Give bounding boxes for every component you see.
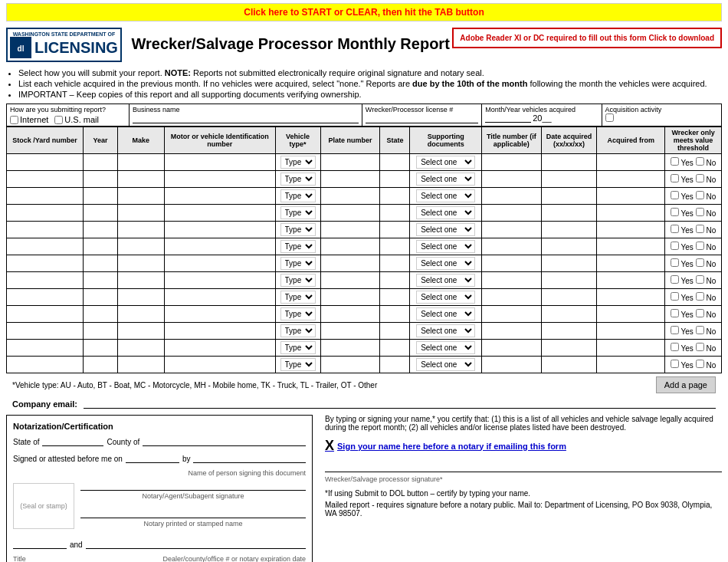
vin-input-4[interactable]	[167, 225, 273, 234]
stock-input-1[interactable]	[9, 175, 80, 183]
vtype-select-6[interactable]: TypeAUBTMCMHTKTLOT	[280, 257, 316, 270]
vtype-select-11[interactable]: TypeAUBTMCMHTKTLOT	[280, 341, 316, 354]
title-input-4[interactable]	[484, 225, 539, 234]
vin-input-3[interactable]	[167, 209, 273, 217]
adobe-note[interactable]: Adobe Reader XI or DC required to fill o…	[452, 28, 722, 48]
mail-checkbox-label[interactable]: U.S. mail	[54, 115, 99, 124]
notary-sig-line[interactable]	[80, 480, 306, 491]
yes-checkbox-7[interactable]	[671, 275, 679, 284]
plate-input-5[interactable]	[323, 242, 378, 251]
state-input-5[interactable]	[382, 242, 407, 251]
plate-input-10[interactable]	[323, 327, 378, 335]
internet-checkbox-label[interactable]: Internet	[10, 115, 48, 124]
vtype-select-9[interactable]: TypeAUBTMCMHTKTLOT	[280, 307, 316, 320]
from-input-2[interactable]	[599, 192, 662, 200]
state-input-0[interactable]	[382, 158, 407, 166]
state-input-9[interactable]	[382, 310, 407, 318]
year-input-3[interactable]	[86, 209, 115, 217]
docs-select-3[interactable]: Select oneTitleBill of SaleCourt OrderNo…	[416, 206, 475, 219]
vin-input-9[interactable]	[167, 310, 273, 318]
yes-checkbox-4[interactable]	[671, 225, 679, 233]
year-input-4[interactable]	[86, 225, 115, 234]
vin-input-7[interactable]	[167, 276, 273, 284]
year-input-0[interactable]	[86, 158, 115, 166]
yes-checkbox-8[interactable]	[671, 292, 679, 301]
plate-input-0[interactable]	[323, 158, 378, 166]
yes-checkbox-label-7[interactable]: Yes	[671, 277, 694, 285]
no-checkbox-1[interactable]	[696, 174, 704, 182]
stock-input-2[interactable]	[9, 192, 80, 200]
no-checkbox-label-8[interactable]: No	[696, 294, 717, 302]
no-checkbox-2[interactable]	[696, 191, 704, 199]
docs-select-5[interactable]: Select oneTitleBill of SaleCourt OrderNo…	[416, 240, 475, 253]
from-input-9[interactable]	[599, 310, 662, 318]
vtype-select-8[interactable]: TypeAUBTMCMHTKTLOT	[280, 291, 316, 304]
vin-input-5[interactable]	[167, 242, 273, 251]
state-input-1[interactable]	[382, 175, 407, 183]
stock-input-11[interactable]	[9, 343, 80, 352]
year-input-9[interactable]	[86, 310, 115, 318]
no-checkbox-5[interactable]	[696, 242, 704, 250]
from-input-6[interactable]	[599, 259, 662, 268]
from-input-0[interactable]	[599, 158, 662, 166]
title-input-3[interactable]	[484, 209, 539, 217]
no-checkbox-4[interactable]	[696, 225, 704, 233]
state-input-7[interactable]	[382, 276, 407, 284]
yes-checkbox-0[interactable]	[671, 157, 679, 166]
vtype-select-1[interactable]: TypeAUBTMCMHTKTLOT	[280, 173, 316, 186]
from-input-1[interactable]	[599, 175, 662, 183]
year-input-2[interactable]	[86, 192, 115, 200]
title-input-8[interactable]	[484, 293, 539, 301]
vin-input-1[interactable]	[167, 175, 273, 183]
plate-input-7[interactable]	[323, 276, 378, 284]
plate-input-9[interactable]	[323, 310, 378, 318]
vtype-select-5[interactable]: TypeAUBTMCMHTKTLOT	[280, 240, 316, 253]
month-year-input[interactable]	[485, 113, 531, 123]
from-input-11[interactable]	[599, 343, 662, 352]
no-checkbox-11[interactable]	[696, 343, 704, 351]
vin-input-2[interactable]	[167, 192, 273, 200]
yes-checkbox-9[interactable]	[671, 309, 679, 317]
plate-input-1[interactable]	[323, 175, 378, 183]
state-input-10[interactable]	[382, 327, 407, 335]
business-name-input[interactable]	[133, 114, 359, 123]
no-checkbox-label-2[interactable]: No	[696, 192, 717, 201]
no-checkbox-label-11[interactable]: No	[696, 344, 717, 353]
signature-line[interactable]	[325, 457, 722, 472]
stock-input-6[interactable]	[9, 259, 80, 268]
make-input-11[interactable]	[120, 343, 162, 352]
yes-checkbox-label-11[interactable]: Yes	[671, 344, 694, 353]
docs-select-9[interactable]: Select oneTitleBill of SaleCourt OrderNo…	[416, 307, 475, 320]
no-checkbox-7[interactable]	[696, 275, 704, 284]
plate-input-11[interactable]	[323, 343, 378, 352]
docs-select-2[interactable]: Select oneTitleBill of SaleCourt OrderNo…	[416, 189, 475, 202]
from-input-4[interactable]	[599, 225, 662, 234]
no-checkbox-label-10[interactable]: No	[696, 327, 717, 336]
docs-select-11[interactable]: Select oneTitleBill of SaleCourt OrderNo…	[416, 341, 475, 354]
year-input-11[interactable]	[86, 343, 115, 352]
stock-input-10[interactable]	[9, 327, 80, 335]
no-checkbox-label-7[interactable]: No	[696, 277, 717, 285]
docs-select-6[interactable]: Select oneTitleBill of SaleCourt OrderNo…	[416, 257, 475, 270]
no-checkbox-label-6[interactable]: No	[696, 260, 717, 268]
yes-checkbox-label-6[interactable]: Yes	[671, 260, 694, 268]
add-page-button[interactable]: Add a page	[656, 376, 716, 393]
vin-input-8[interactable]	[167, 293, 273, 301]
yes-checkbox-label-12[interactable]: Yes	[671, 361, 694, 370]
docs-select-10[interactable]: Select oneTitleBill of SaleCourt OrderNo…	[416, 324, 475, 337]
date-input-8[interactable]	[544, 293, 594, 301]
yes-checkbox-label-0[interactable]: Yes	[671, 159, 694, 167]
yes-checkbox-1[interactable]	[671, 174, 679, 182]
no-checkbox-label-9[interactable]: No	[696, 311, 717, 319]
state-input-12[interactable]	[382, 360, 407, 369]
year-input-10[interactable]	[86, 327, 115, 335]
vtype-select-3[interactable]: TypeAUBTMCMHTKTLOT	[280, 206, 316, 219]
date-input-6[interactable]	[544, 259, 594, 268]
internet-checkbox[interactable]	[10, 116, 18, 124]
make-input-12[interactable]	[120, 360, 162, 369]
date-input-2[interactable]	[544, 192, 594, 200]
stock-input-9[interactable]	[9, 310, 80, 318]
vtype-select-4[interactable]: TypeAUBTMCMHTKTLOT	[280, 223, 316, 236]
top-bar[interactable]: Click here to START or CLEAR, then hit t…	[6, 3, 722, 21]
date-input-9[interactable]	[544, 310, 594, 318]
